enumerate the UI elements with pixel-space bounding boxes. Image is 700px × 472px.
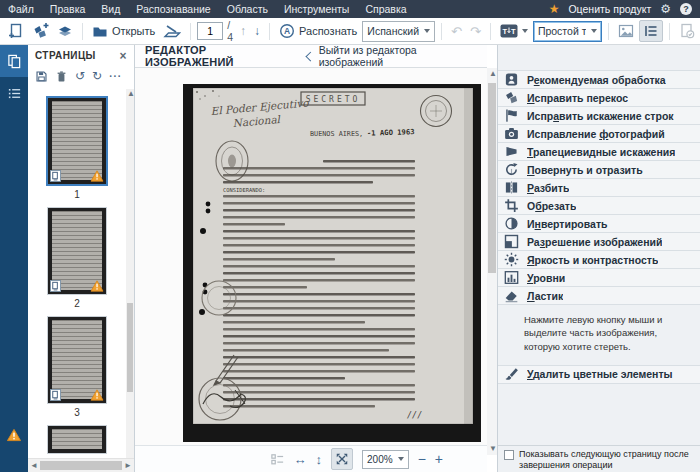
recognize-button[interactable]: A Распознать	[276, 21, 360, 42]
menu-item-view[interactable]: Вид	[93, 0, 128, 18]
toolbar-separator	[190, 23, 191, 40]
warnings-indicator[interactable]	[6, 428, 22, 446]
svg-text:T: T	[502, 27, 507, 36]
open-button[interactable]: Открыть	[89, 21, 158, 42]
text-settings-button[interactable]: TT	[497, 21, 531, 42]
list-view-tab[interactable]	[0, 77, 28, 109]
scanned-document[interactable]: SECRETO El Poder Ejecutivo Nacional	[183, 84, 481, 442]
thumbnail-image	[52, 211, 102, 290]
show-next-page-checkbox[interactable]	[504, 450, 514, 460]
page-badge-icon	[50, 280, 61, 292]
page-number-label: 3	[74, 407, 80, 418]
tool-split[interactable]: Разбить	[498, 179, 700, 197]
editor-header: РЕДАКТОР ИЗОБРАЖЕНИЙ Выйти из редактора …	[135, 45, 487, 68]
show-text-button[interactable]	[639, 20, 663, 42]
tool-crop[interactable]: Обрезать	[498, 197, 700, 215]
scan-button[interactable]	[160, 21, 184, 42]
tool-photo-correction[interactable]: Исправление фотографий	[498, 125, 700, 143]
page-total-label: / 4	[227, 19, 233, 43]
zoom-in-button[interactable]: +	[435, 452, 443, 466]
save-icon[interactable]	[35, 70, 48, 83]
rotate-left-icon[interactable]: ↺	[75, 70, 85, 82]
tool-rotate-flip[interactable]: Повернуть и отразить	[498, 161, 700, 179]
menu-item-help[interactable]: Справка	[357, 0, 414, 18]
open-label: Открыть	[112, 25, 155, 37]
tool-invert[interactable]: Инвертировать	[498, 215, 700, 233]
page-preview-icon[interactable]	[270, 452, 285, 467]
more-options-icon[interactable]: ···	[109, 71, 122, 82]
scroll-left-icon[interactable]: ◄	[30, 462, 38, 470]
redo-button[interactable]: ↷	[467, 21, 484, 42]
menubar-right: ★ Оценить продукт ⚙ ?	[549, 3, 700, 15]
next-page-button[interactable]: ↓	[251, 21, 263, 42]
pages-vertical-scrollbar[interactable]: ▲	[126, 89, 134, 458]
fit-width-button[interactable]: ↔	[294, 453, 307, 466]
page-thumbnail-4[interactable]	[47, 425, 107, 454]
trapezoid-icon	[503, 144, 519, 160]
verify-text-button[interactable]	[676, 21, 698, 42]
rotate-right-icon[interactable]: ↻	[92, 70, 102, 82]
exit-editor-button[interactable]: Выйти из редактора изображений	[307, 44, 477, 68]
new-document-button[interactable]	[5, 21, 27, 42]
previous-page-button[interactable]: ↑	[237, 21, 249, 42]
zoom-out-button[interactable]: −	[418, 452, 426, 466]
tool-straighten-lines[interactable]: Исправить искажение строк	[498, 107, 700, 125]
tool-eraser[interactable]: Ластик	[498, 287, 700, 305]
fit-height-button[interactable]: ↕	[316, 453, 323, 466]
toolbar-separator	[269, 23, 270, 40]
page-thumbnail-1[interactable]	[46, 96, 108, 186]
close-icon[interactable]: ×	[120, 50, 127, 62]
menu-item-edit[interactable]: Правка	[42, 0, 93, 18]
show-image-button[interactable]	[615, 21, 637, 42]
add-images-button[interactable]	[29, 21, 52, 42]
zoom-level-select[interactable]: 200%	[362, 450, 409, 469]
tool-deskew[interactable]: Исправить перекос	[498, 89, 700, 107]
pages-horizontal-scrollbar[interactable]: ◄ ►	[28, 458, 134, 472]
pages-stack-icon	[57, 23, 73, 39]
tool-resolution[interactable]: Разрешение изображений	[498, 233, 700, 251]
fit-page-button[interactable]	[331, 448, 353, 470]
tool-recommended-processing[interactable]: Рекомендуемая обработка	[498, 71, 700, 89]
chevron-down-icon	[424, 29, 430, 33]
recognize-icon: A	[279, 23, 295, 39]
warning-triangle-icon	[90, 280, 104, 292]
editor-canvas[interactable]: SECRETO El Poder Ejecutivo Nacional	[135, 68, 487, 445]
tool-remove-color[interactable]: Удалить цветные элементы	[498, 365, 700, 384]
menu-item-tools[interactable]: Инструменты	[276, 0, 357, 18]
page-thumbnail-2[interactable]	[47, 207, 107, 295]
tool-trapezoid[interactable]: Трапециевидные искажения	[498, 143, 700, 161]
scroll-up-icon[interactable]: ▲	[127, 90, 135, 98]
help-icon[interactable]: ?	[680, 3, 692, 15]
photo-correction-icon	[503, 126, 519, 142]
language-select[interactable]: Испанский	[362, 21, 435, 42]
chevron-left-icon	[305, 51, 315, 61]
page-number-input[interactable]	[197, 22, 223, 40]
tools-list: Рекомендуемая обработкаИсправить перекос…	[498, 70, 700, 384]
layout-mode-select[interactable]: Простой т	[533, 21, 603, 42]
editor-vertical-scrollbar[interactable]: ▲ ▼	[487, 68, 497, 455]
rate-product-link[interactable]: Оценить продукт	[568, 3, 651, 15]
svg-text:SECRETO: SECRETO	[306, 95, 361, 104]
scroll-right-icon[interactable]: ►	[124, 462, 132, 470]
scrollbar-thumb[interactable]	[40, 461, 122, 470]
list-icon	[7, 86, 22, 101]
considerando-text: CONSIDERANDO:	[223, 187, 265, 193]
scanned-page[interactable]: SECRETO El Poder Ejecutivo Nacional	[183, 84, 481, 445]
chevron-down-icon	[398, 457, 404, 461]
menu-item-file[interactable]: Файл	[0, 0, 42, 18]
scrollbar-thumb[interactable]	[488, 83, 496, 273]
scrollbar-thumb[interactable]	[127, 303, 133, 392]
scroll-down-icon[interactable]: ▼	[489, 445, 497, 453]
text-layout-icon	[643, 23, 659, 39]
scroll-up-icon[interactable]: ▲	[489, 70, 497, 78]
tool-brightness[interactable]: Яркость и контрастность	[498, 251, 700, 269]
menu-item-area[interactable]: Область	[219, 0, 276, 18]
tool-levels[interactable]: Уровни	[498, 269, 700, 287]
settings-gear-icon[interactable]: ⚙	[660, 3, 671, 15]
pages-stack-button[interactable]	[54, 21, 76, 42]
page-thumbnail-3[interactable]	[47, 316, 107, 404]
undo-button[interactable]: ↶	[448, 21, 465, 42]
menu-item-recognition[interactable]: Распознавание	[128, 0, 218, 18]
delete-trash-icon[interactable]	[55, 70, 68, 83]
pages-view-tab[interactable]	[0, 45, 28, 77]
